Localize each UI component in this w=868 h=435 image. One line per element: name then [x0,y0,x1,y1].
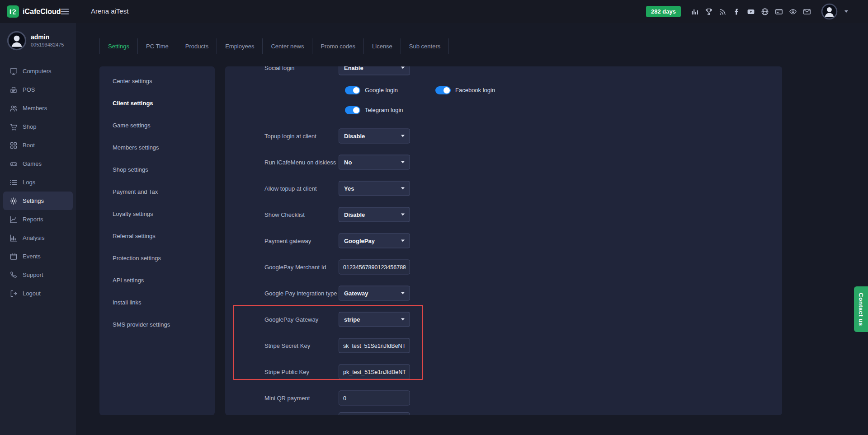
card-icon[interactable] [775,8,783,16]
payment-gateway-select[interactable]: GooglePay [339,234,410,248]
sidebar-item-boot[interactable]: Boot [3,136,73,154]
settings-nav-payment-and-tax[interactable]: Payment and Tax [99,181,215,203]
contact-us-button[interactable]: Contact us [854,286,868,332]
sidebar-item-label: Support [23,271,43,278]
sidebar-item-shop[interactable]: Shop [3,117,73,136]
trophy-icon[interactable] [705,8,713,16]
pos-icon [9,86,18,94]
sidebar-item-settings[interactable]: Settings [3,192,73,210]
logo[interactable]: iCafeCloud [7,5,61,18]
social-login-select[interactable]: Enable [339,66,410,75]
stripe-public-key-input[interactable] [339,365,410,379]
settings-nav-install-links[interactable]: Install links [99,291,215,313]
logs-icon [9,178,18,187]
field-label: Run iCafeMenu on diskless [264,159,336,166]
toggle-label: Telegram login [365,107,403,113]
sidebar-item-label: Members [23,105,47,112]
gamepad-icon [9,160,18,168]
settings-nav-client-settings[interactable]: Client settings [99,92,215,114]
field-label: Social login [264,66,295,71]
settings-nav-protection-settings[interactable]: Protection settings [99,247,215,269]
sidebar-item-reports[interactable]: Reports [3,210,73,229]
chevron-down-icon [401,187,405,190]
tab-license[interactable]: License [364,38,401,54]
eye-icon[interactable] [789,8,797,16]
sidebar-item-label: Shop [23,123,36,130]
tab-pc-time[interactable]: PC Time [138,38,177,54]
sidebar-item-logs[interactable]: Logs [3,173,73,192]
menu-icon[interactable] [60,7,70,16]
tab-underline [99,54,850,54]
license-days-badge[interactable]: 282 days [646,6,681,17]
facebook-icon[interactable] [733,8,741,16]
form-row-allow-topup: Allow topup at client Yes [225,175,782,201]
sidebar-item-events[interactable]: Events [3,247,73,266]
client-settings-form[interactable]: Social login Enable Google login Faceboo… [225,66,782,415]
sidebar-item-members[interactable]: Members [3,99,73,117]
sidebar-item-label: Boot [23,142,35,149]
select-value: Enable [344,66,363,71]
topbar: iCafeCloud Arena aiTest 282 days [0,0,868,23]
avatar[interactable] [7,31,27,51]
settings-nav-loyalty-settings[interactable]: Loyalty settings [99,203,215,225]
sidebar-item-computers[interactable]: Computers [3,62,73,80]
sidebar-item-pos[interactable]: POS [3,80,73,99]
tab-sub-centers[interactable]: Sub centers [401,38,449,54]
youtube-icon[interactable] [747,8,755,16]
googlepay-merchant-id-input[interactable] [339,260,410,275]
field-label: Topup login at client [264,133,316,140]
facebook-login-toggle[interactable] [435,86,451,94]
googlepay-integration-type-select[interactable]: Gateway [339,286,410,301]
toggle-knob [443,87,450,94]
members-icon [9,104,18,112]
settings-nav-sms-provider-settings[interactable]: SMS provider settings [99,313,215,336]
tab-settings[interactable]: Settings [99,38,138,54]
settings-nav-api-settings[interactable]: API settings [99,269,215,291]
settings-nav-center-settings[interactable]: Center settings [99,70,215,92]
telegram-login-toggle[interactable] [345,106,360,114]
chevron-down-icon [401,292,405,295]
sidebar-item-analysis[interactable]: Analysis [3,229,73,247]
sidebar-item-games[interactable]: Games [3,154,73,173]
googlepay-gateway-select[interactable]: stripe [339,312,410,327]
rss-icon[interactable] [719,8,727,16]
tab-center-news[interactable]: Center news [263,38,312,54]
stats-icon[interactable] [691,8,699,16]
tab-promo-codes[interactable]: Promo codes [312,38,364,54]
form-row-stripe-secret-key: Stripe Secret Key [225,332,782,359]
user-name: admin [31,33,49,41]
tab-products[interactable]: Products [177,38,217,54]
sidebar-item-label: Computers [23,68,52,75]
tab-employees[interactable]: Employees [217,38,263,54]
chevron-down-icon [401,135,405,137]
icafemenu-diskless-select[interactable]: No [339,155,410,170]
sidebar-item-label: Reports [23,216,43,223]
field-label: Stripe Public Key [264,369,309,375]
form-row-login-toggles: Google login Facebook login [225,79,782,102]
settings-nav-game-settings[interactable]: Game settings [99,114,215,136]
computers-icon [9,67,18,75]
mail-icon[interactable] [803,8,811,16]
show-checklist-select[interactable]: Disable [339,207,410,222]
settings-nav-referral-settings[interactable]: Referral settings [99,225,215,247]
topbar-right: 282 days [646,0,848,23]
allow-topup-select[interactable]: Yes [339,181,410,196]
field-label: Mini QR payment [264,395,310,402]
sidebar-item-logout[interactable]: Logout [3,284,73,303]
user-avatar[interactable] [821,3,838,20]
reports-icon [9,215,18,224]
chevron-down-icon[interactable] [844,10,848,13]
logout-icon [9,290,18,298]
topup-login-select[interactable]: Disable [339,129,410,144]
settings-nav-members-settings[interactable]: Members settings [99,136,215,159]
globe-icon[interactable] [761,8,769,16]
chevron-down-icon [401,161,405,164]
google-login-toggle[interactable] [345,86,360,94]
stripe-secret-key-input[interactable] [339,338,410,353]
select-value: Yes [344,185,354,192]
mini-qr-payment-input[interactable] [339,391,410,406]
settings-nav-shop-settings[interactable]: Shop settings [99,159,215,181]
sidebar: admin 005193482475 Computers POS Members… [0,23,76,435]
sidebar-item-support[interactable]: Support [3,266,73,284]
boot-icon [9,141,18,150]
